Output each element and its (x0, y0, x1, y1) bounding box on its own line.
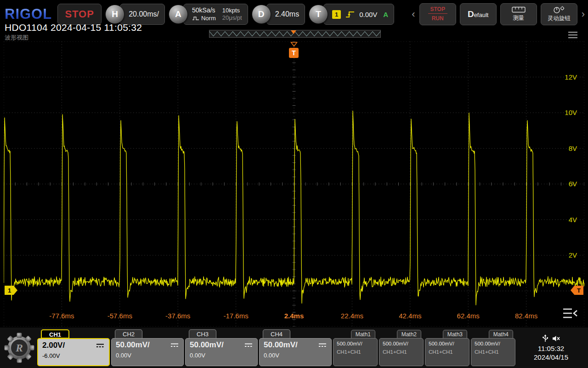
acquire-knob[interactable]: A (169, 5, 188, 24)
x-axis-label: 2.4ms (284, 312, 304, 320)
graticule-and-trace (4, 41, 584, 327)
model-and-datetime-title: HDO1104 2024-04-15 11:05:32 (5, 22, 142, 33)
clock-block: 11:05:32 2024/04/15 (517, 329, 585, 366)
ruler-icon (512, 6, 526, 13)
rising-edge-icon (345, 10, 355, 18)
math-panel-4[interactable]: Math4 500.00mV/ CH1+CH1 (471, 329, 515, 366)
math1-tab[interactable]: Math1 (351, 330, 375, 339)
delay-knob[interactable]: D (252, 5, 271, 24)
math4-expression: CH1+CH1 (475, 349, 512, 355)
ch2-scale: 50.00mV/ (116, 340, 150, 350)
clock-time: 11:05:32 (538, 345, 564, 352)
math1-scale: 500.00mV/ (337, 341, 374, 346)
y-axis-label: 4V (569, 216, 577, 224)
dc-coupling-icon (96, 343, 105, 348)
horizontal-knob[interactable]: H (105, 5, 124, 24)
channel-panel-ch4[interactable]: CH4 50.00mV/ 0.00V (259, 329, 332, 366)
measure-button[interactable]: 测量 (500, 3, 537, 25)
y-axis-label: 12V (565, 73, 577, 81)
default-button[interactable]: Default (460, 3, 497, 25)
clock-date: 2024/04/15 (534, 353, 568, 361)
memory-depth: 10kpts (222, 7, 242, 14)
ch2-offset: 0.00V (116, 352, 179, 359)
x-axis-label: -37.6ms (165, 312, 190, 320)
math1-expression: CH1+CH1 (337, 349, 374, 355)
ch1-trace (4, 111, 584, 305)
sample-rate: 50kSa/s (192, 7, 216, 14)
x-axis-label: 82.4ms (515, 312, 537, 320)
acquire-mode: Norm (201, 15, 216, 22)
channel-tab-ch2[interactable]: CH2 (115, 329, 142, 339)
y-axis-label: 10V (565, 109, 577, 116)
oscilloscope-screen: { "toolbar": { "logo": "RIGOL", "run_sta… (0, 0, 588, 368)
ch4-offset: 0.00V (264, 352, 327, 359)
math2-scale: 500.00mV/ (383, 341, 420, 346)
acquisition-overview-strip[interactable] (209, 30, 381, 38)
menu-hamburger-icon[interactable] (568, 31, 578, 40)
x-axis-label: 42.4ms (399, 312, 421, 320)
usb-icon (542, 334, 548, 343)
trigger-flag-badge: T (289, 48, 299, 58)
stop-label: STOP (428, 6, 447, 14)
x-axis-label: -57.6ms (107, 312, 132, 320)
x-axis-label: -17.6ms (224, 312, 249, 320)
math-panel-3[interactable]: Math3 500.00mV/ CH1+CH1 (425, 329, 469, 366)
math3-tab[interactable]: Math3 (443, 330, 467, 339)
x-axis-label: 22.4ms (341, 312, 363, 320)
acquire-panel[interactable]: 50kSa/s Norm 10kpts 20μs/pt (183, 4, 248, 25)
time-per-point: 20μs/pt (222, 15, 242, 21)
channel-panel-ch3[interactable]: CH3 50.00mV/ 0.00V (185, 329, 258, 366)
y-axis-label: 2V (569, 251, 577, 259)
math2-expression: CH1+CH1 (383, 349, 420, 355)
y-axis-label: 8V (569, 144, 577, 152)
stop-run-button[interactable]: STOP RUN (419, 3, 456, 25)
waveform-view-tab-label[interactable]: 波形视图 (5, 34, 28, 42)
trigger-sweep-mode: A (383, 11, 388, 18)
rigol-gear-logo[interactable]: R (3, 331, 36, 364)
channel-tab-ch4[interactable]: CH4 (263, 329, 290, 339)
rigol-logo: RIGOL (3, 6, 54, 23)
channel-panel-ch2[interactable]: CH2 50.00mV/ 0.00V (111, 329, 184, 366)
delay-group: D 2.40ms (252, 4, 305, 25)
channel-tab-ch1[interactable]: CH1 (41, 329, 69, 339)
math4-scale: 500.00mV/ (475, 341, 512, 346)
x-axis-label: 62.4ms (457, 312, 480, 320)
math-panel-2[interactable]: Math2 500.00mV/ CH1+CH1 (379, 329, 424, 366)
speaker-muted-icon[interactable] (552, 335, 560, 342)
math2-tab[interactable]: Math2 (397, 330, 421, 339)
trigger-group: T 1 0.00V A (309, 4, 394, 25)
scroll-right-chevron[interactable]: › (581, 9, 585, 19)
quick-knob-button[interactable]: 灵动旋钮 (541, 3, 577, 25)
ch4-scale: 50.00mV/ (264, 340, 298, 350)
dc-coupling-icon (318, 342, 327, 348)
math3-expression: CH1+CH1 (429, 349, 466, 355)
ch1-scale: 2.00V/ (42, 340, 65, 351)
ch3-scale: 50.00mV/ (190, 340, 224, 350)
trigger-knob[interactable]: T (309, 5, 328, 24)
overview-trigger-marker[interactable] (291, 30, 296, 34)
measure-label: 测量 (513, 14, 524, 22)
channel-panel-ch1[interactable]: CH1 2.00V/ -6.00V (37, 329, 110, 366)
scroll-left-chevron[interactable]: ‹ (411, 9, 415, 19)
dc-coupling-icon (244, 342, 253, 348)
channel-tab-ch3[interactable]: CH3 (189, 329, 216, 339)
math-panel-1[interactable]: Math1 500.00mV/ CH1+CH1 (333, 329, 378, 366)
acquire-group: A 50kSa/s Norm 10kpts 20μs/pt (169, 4, 248, 25)
y-axis-label: 6V (569, 180, 577, 188)
quick-knob-label: 灵动旋钮 (548, 15, 571, 23)
trigger-level: 0.00V (359, 11, 377, 18)
collapse-menu-icon[interactable] (562, 307, 578, 321)
svg-text:R: R (15, 342, 23, 354)
delay-value[interactable]: 2.40ms (266, 4, 305, 25)
trigger-source-badge: 1 (332, 10, 341, 19)
waveform-display-area[interactable]: 2V4V6V8V10V12V -77.6ms-57.6ms-37.6ms-17.… (4, 41, 584, 327)
math3-scale: 500.00mV/ (429, 341, 466, 346)
bottom-status-bar: R CH1 2.00V/ -6.00V CH2 50.00mV/ (0, 328, 588, 368)
knob-icon (553, 6, 565, 13)
run-label: RUN (428, 16, 447, 22)
pulse-waveform-icon (192, 16, 199, 21)
trigger-panel[interactable]: 1 0.00V A (323, 4, 394, 25)
trigger-position-marker[interactable]: T (289, 42, 299, 58)
math4-tab[interactable]: Math4 (489, 330, 513, 339)
x-axis-label: -77.6ms (49, 312, 74, 320)
